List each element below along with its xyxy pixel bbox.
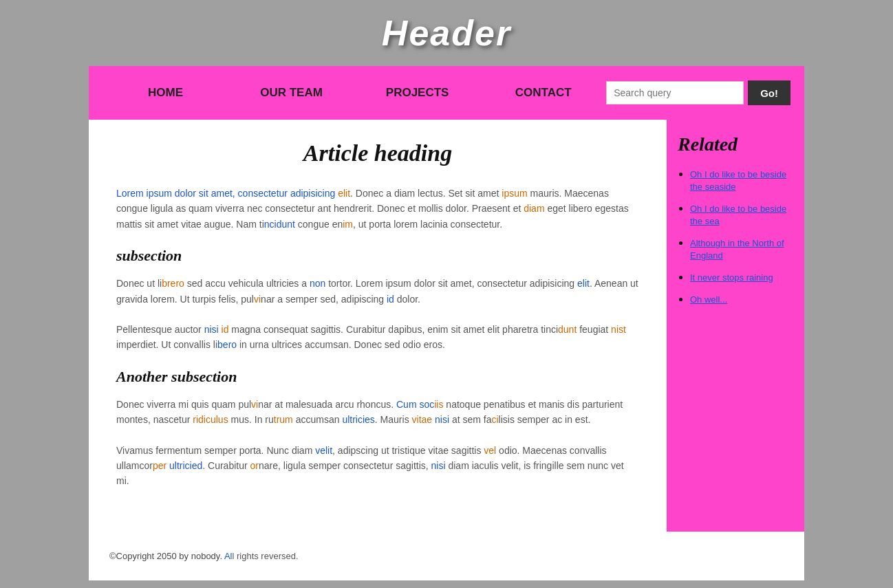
sidebar-links-list: Oh I do like to be beside the seaside Oh… (678, 168, 793, 305)
search-button[interactable]: Go! (748, 80, 790, 105)
sidebar-link-4[interactable]: It never stops raining (690, 272, 773, 283)
subsection-2-heading: Another subsection (116, 368, 639, 386)
sidebar-link-item-5: Oh well... (690, 293, 793, 305)
sidebar-link-item-3: Although in the North of England (690, 237, 793, 261)
main-article: Article heading Lorem ipsum dolor sit am… (89, 120, 667, 532)
sidebar-link-item-1: Oh I do like to be beside the seaside (690, 168, 793, 193)
sidebar-link-item-2: Oh I do like to be beside the sea (690, 202, 793, 227)
article-paragraph-3: Pellentesque auctor nisi id magna conseq… (116, 322, 639, 353)
wrapper: HOME OUR TEAM PROJECTS CONTACT Go! Artic… (89, 66, 804, 580)
sidebar-link-2[interactable]: Oh I do like to be beside the sea (690, 204, 786, 226)
sidebar-link-1[interactable]: Oh I do like to be beside the seaside (690, 169, 786, 192)
nav-projects[interactable]: PROJECTS (354, 79, 480, 107)
footer-text: ©Copyright 2050 by nobody. All rights re… (109, 551, 299, 561)
article-paragraph-4: Donec viverra mi quis quam pulvinar at m… (116, 397, 639, 428)
article-heading: Article heading (116, 140, 639, 166)
sidebar: Related Oh I do like to be beside the se… (667, 120, 804, 532)
sidebar-link-3[interactable]: Although in the North of England (690, 238, 784, 261)
footer: ©Copyright 2050 by nobody. All rights re… (89, 532, 804, 580)
nav-search: Go! (606, 80, 790, 105)
article-paragraph-2: Donec ut librero sed accu vehicula ultri… (116, 276, 639, 307)
article-paragraph-1: Lorem ipsum dolor sit amet, consectetur … (116, 186, 639, 232)
search-input[interactable] (606, 81, 744, 105)
site-header: Header (0, 0, 893, 66)
nav-home[interactable]: HOME (103, 79, 228, 107)
sidebar-heading: Related (678, 133, 793, 155)
sidebar-link-item-4: It never stops raining (690, 271, 793, 283)
subsection-1-heading: subsection (116, 247, 639, 265)
nav-links: HOME OUR TEAM PROJECTS CONTACT (103, 79, 606, 107)
sidebar-link-5[interactable]: Oh well... (690, 294, 727, 305)
content-area: Article heading Lorem ipsum dolor sit am… (89, 120, 804, 532)
site-title: Header (382, 13, 511, 53)
nav-contact[interactable]: CONTACT (480, 79, 606, 107)
article-paragraph-5: Vivamus fermentum semper porta. Nunc dia… (116, 443, 639, 489)
nav-our-team[interactable]: OUR TEAM (228, 79, 354, 107)
navbar: HOME OUR TEAM PROJECTS CONTACT Go! (89, 66, 804, 120)
